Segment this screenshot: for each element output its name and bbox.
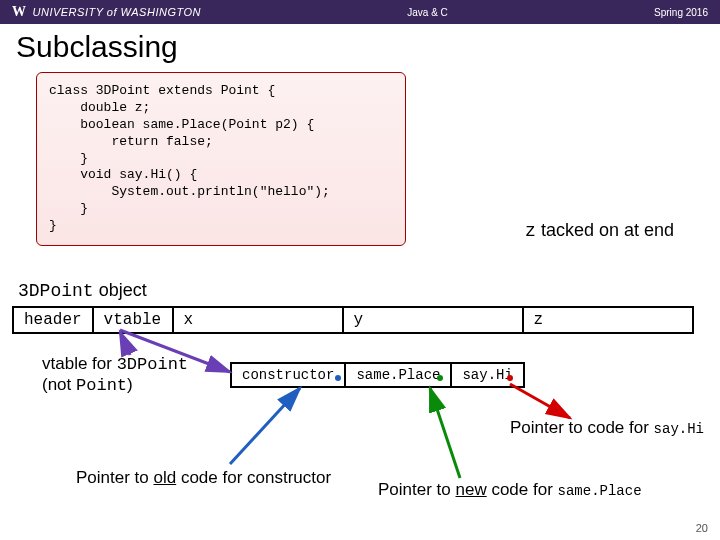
vtable-sameplace-cell: same.Place (345, 363, 451, 387)
vtable-caption-2c: ) (127, 375, 133, 394)
vtable-constructor-cell: constructor (231, 363, 345, 387)
svg-line-1 (120, 332, 130, 355)
note-sayhi-a: Pointer to code for (510, 418, 654, 437)
header-bar: W UNIVERSITY of WASHINGTON Java & C Spri… (0, 0, 720, 24)
header-right: Spring 2016 (654, 7, 708, 18)
code-block: class 3DPoint extends Point { double z; … (36, 72, 406, 246)
object-label-mono: 3DPoint (18, 281, 94, 301)
note-constructor: Pointer to old code for constructor (76, 468, 331, 488)
layout-x-cell: x (173, 307, 343, 333)
svg-line-6 (430, 388, 460, 478)
svg-line-4 (230, 388, 300, 464)
object-label-rest: object (94, 280, 147, 300)
layout-vtable-cell: vtable (93, 307, 173, 333)
vtable-caption-2b: Point (76, 376, 127, 395)
svg-line-2 (510, 384, 570, 418)
tacked-z: z (525, 221, 536, 241)
vtable-caption-1b: 3DPoint (117, 355, 188, 374)
uw-w-icon: W (12, 4, 27, 20)
layout-header-cell: header (13, 307, 93, 333)
header-center: Java & C (407, 7, 448, 18)
tacked-rest: tacked on at end (536, 220, 674, 240)
object-label: 3DPoint object (18, 280, 147, 301)
note-sameplace-d: same.Place (558, 483, 642, 499)
note-sameplace-c: code for (487, 480, 558, 499)
vtable-sayhi-cell: say.Hi (451, 363, 523, 387)
uw-text: UNIVERSITY of WASHINGTON (33, 6, 201, 18)
layout-y-cell: y (343, 307, 523, 333)
vtable-caption-2a: (not (42, 375, 76, 394)
note-sameplace-a: Pointer to (378, 480, 456, 499)
slide-title: Subclassing (0, 24, 720, 68)
uw-logo: W UNIVERSITY of WASHINGTON (12, 4, 201, 20)
note-sayhi: Pointer to code for say.Hi (510, 418, 704, 438)
object-layout-table: header vtable x y z (12, 306, 694, 334)
note-sameplace: Pointer to new code for same.Place (378, 480, 642, 500)
vtable-caption: vtable for 3DPoint (not Point) (42, 354, 188, 397)
vtable-table: constructor same.Place say.Hi (230, 362, 525, 388)
note-constructor-a: Pointer to (76, 468, 154, 487)
vtable-caption-1a: vtable for (42, 354, 117, 373)
layout-z-cell: z (523, 307, 693, 333)
page-number: 20 (696, 522, 708, 534)
note-constructor-c: code for constructor (176, 468, 331, 487)
note-constructor-b: old (154, 468, 177, 487)
note-sameplace-b: new (456, 480, 487, 499)
tacked-note: z tacked on at end (525, 220, 674, 241)
note-sayhi-b: say.Hi (654, 421, 704, 437)
